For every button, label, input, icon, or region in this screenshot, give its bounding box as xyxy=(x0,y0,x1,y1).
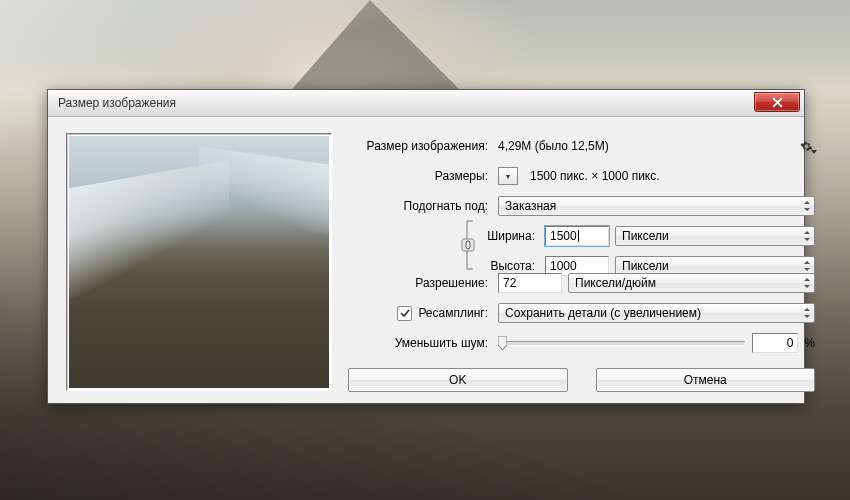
resolution-value: 72 xyxy=(503,276,516,290)
height-label: Высота: xyxy=(477,259,539,273)
reduce-noise-value: 0 xyxy=(787,336,794,350)
dimensions-label: Размеры: xyxy=(348,169,492,183)
resolution-unit-select[interactable]: Пиксели/дюйм xyxy=(568,273,815,293)
link-dimensions-toggle[interactable] xyxy=(461,225,475,264)
dimensions-value: 1500 пикс. × 1000 пикс. xyxy=(530,169,660,183)
width-label: Ширина: xyxy=(477,229,539,243)
close-button[interactable] xyxy=(754,92,800,112)
size-value: 4,29M (было 12,5M) xyxy=(498,139,609,153)
width-input[interactable]: 1500 xyxy=(545,226,609,246)
preview-frame xyxy=(66,133,332,391)
resample-checkbox[interactable] xyxy=(397,306,412,321)
height-unit-value: Пиксели xyxy=(622,259,669,273)
settings-menu-button[interactable] xyxy=(797,137,815,155)
reduce-noise-input[interactable]: 0 xyxy=(752,333,798,353)
image-size-dialog: Размер изображения Размер изображения: 4… xyxy=(47,89,805,404)
width-value: 1500 xyxy=(550,229,577,243)
resample-label: Ресамплинг: xyxy=(418,306,488,320)
resolution-input[interactable]: 72 xyxy=(498,273,562,293)
dialog-body: Размер изображения: 4,29M (было 12,5M) Р… xyxy=(48,117,804,404)
reduce-noise-label: Уменьшить шум: xyxy=(348,336,492,350)
height-value: 1000 xyxy=(550,259,577,273)
close-icon xyxy=(772,97,783,108)
form-area: Размер изображения: 4,29M (было 12,5M) Р… xyxy=(348,133,815,392)
resample-label-group: Ресамплинг: xyxy=(348,306,492,321)
ok-label: OK xyxy=(449,373,466,387)
width-unit-value: Пиксели xyxy=(622,229,669,243)
resample-method-value: Сохранить детали (с увеличением) xyxy=(505,306,701,320)
resolution-unit-value: Пиксели/дюйм xyxy=(575,276,656,290)
slider-thumb-icon xyxy=(498,336,507,350)
check-icon xyxy=(400,308,410,318)
dimensions-unit-toggle[interactable]: ▾ xyxy=(498,167,518,185)
resample-method-select[interactable]: Сохранить детали (с увеличением) xyxy=(498,303,815,323)
gear-icon xyxy=(800,140,813,153)
dialog-title: Размер изображения xyxy=(58,96,754,110)
fit-to-select[interactable]: Заказная xyxy=(498,196,815,216)
size-label: Размер изображения: xyxy=(348,139,492,153)
reduce-noise-slider[interactable] xyxy=(498,334,746,352)
fit-to-value: Заказная xyxy=(505,199,556,213)
preview-image[interactable] xyxy=(69,136,329,388)
cancel-label: Отмена xyxy=(684,373,727,387)
cancel-button[interactable]: Отмена xyxy=(596,368,816,392)
percent-label: % xyxy=(804,336,815,350)
resolution-label: Разрешение: xyxy=(348,276,492,290)
fit-to-label: Подогнать под: xyxy=(348,199,492,213)
dialog-titlebar[interactable]: Размер изображения xyxy=(48,90,804,117)
width-unit-select[interactable]: Пиксели xyxy=(615,226,815,246)
ok-button[interactable]: OK xyxy=(348,368,568,392)
